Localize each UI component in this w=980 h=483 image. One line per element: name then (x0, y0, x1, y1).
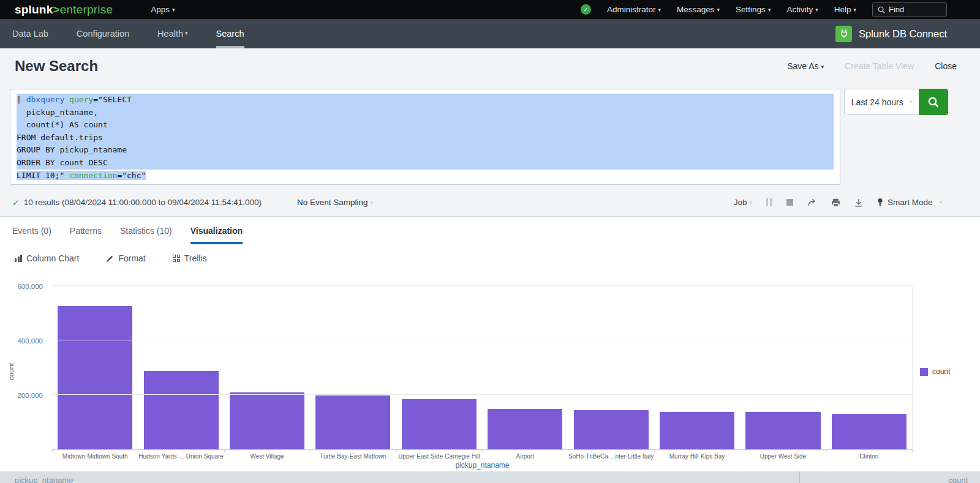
y-tick-label: 200,000 (17, 392, 43, 399)
event-sampling-label: No Event Sampling (297, 198, 368, 207)
x-tick-label: Upper East Side-Carnegie Hill (396, 453, 482, 460)
job-menu[interactable]: Job▾ (734, 198, 752, 207)
tab-events-0[interactable]: Events (0) (12, 217, 51, 244)
query-token: LIMIT 10;" (17, 171, 69, 180)
query-token: dbxquery (26, 95, 65, 104)
appnav-item-search[interactable]: Search (216, 19, 244, 48)
run-search-button[interactable] (919, 89, 948, 115)
query-line: ORDER BY count DESC (17, 157, 834, 170)
close-button[interactable]: Close (935, 61, 957, 71)
query-token: ="SELECT (93, 95, 132, 104)
gridline (52, 285, 912, 286)
stop-icon[interactable] (786, 199, 793, 206)
bar-upper-east-side-carnegie-hill[interactable] (402, 399, 477, 449)
event-sampling-dropdown[interactable]: No Event Sampling▾ (297, 198, 373, 207)
save-as-button[interactable]: Save As▾ (787, 61, 824, 71)
bar-turtle-bay-east-midtown[interactable] (315, 395, 390, 449)
topbar-menus: Administrator▾Messages▾Settings▾Activity… (607, 5, 856, 14)
x-tick-label: West Village (224, 453, 310, 460)
x-tick-label: Upper West Side (740, 453, 826, 460)
caret-down-icon: ▾ (172, 7, 175, 13)
bar-upper-west-side[interactable] (745, 412, 820, 449)
bar-murray-hill-kips-bay[interactable] (660, 412, 734, 449)
chart-legend[interactable]: count (920, 367, 950, 376)
bar-soho-tribeca-nter-little-italy[interactable] (574, 410, 649, 449)
create-table-view-button[interactable]: Create Table View (845, 61, 914, 71)
query-token: ="chc" (117, 171, 146, 180)
appnav-item-health[interactable]: Health▾ (157, 19, 187, 48)
bars-container (52, 286, 912, 449)
pause-icon[interactable] (766, 198, 772, 206)
results-tabs: Events (0)PatternsStatistics (10)Visuali… (0, 217, 980, 244)
table-column-header[interactable]: pickup_ntaname (15, 476, 73, 483)
db-connect-app-icon[interactable] (835, 26, 852, 42)
query-line: pickup_ntaname, (17, 107, 834, 119)
appnav-item-configuration[interactable]: Configuration (77, 19, 129, 48)
caret-down-icon: ▾ (658, 7, 662, 13)
query-line: count(*) AS count (17, 119, 834, 132)
viz-toolbar-column-chart[interactable]: Column Chart (15, 253, 79, 263)
time-range-picker[interactable]: Last 24 hours▾ (844, 89, 919, 115)
viz-toolbar-trellis[interactable]: Trellis (173, 253, 207, 263)
bar-west-village[interactable] (230, 392, 304, 449)
topbar-right: ✓ Administrator▾Messages▾Settings▾Activi… (581, 2, 980, 17)
search-query-editor[interactable]: | dbxquery query="SELECT pickup_ntaname,… (10, 89, 840, 185)
query-token: count(*) AS count (17, 120, 108, 129)
bar-midtown-midtown-south[interactable] (58, 306, 132, 449)
bar-clinton[interactable] (832, 414, 907, 449)
tab-statistics-10[interactable]: Statistics (10) (120, 217, 172, 244)
page-header: New Search Save As▾ Create Table View Cl… (0, 48, 980, 84)
topbar-menu-settings[interactable]: Settings▾ (736, 5, 771, 14)
plot-area: Midtown-Midtown SouthHudson Yards-...-Un… (52, 286, 913, 450)
appnav-item-label: Health (157, 29, 183, 39)
print-icon[interactable] (831, 198, 840, 207)
time-range-label: Last 24 hours (851, 97, 903, 107)
app-nav-bar: Data LabConfigurationHealth▾Search Splun… (0, 19, 980, 48)
appnav-item-data-lab[interactable]: Data Lab (12, 19, 48, 48)
query-token: GROUP BY pickup_ntaname (17, 145, 127, 154)
bar-hudson-yards-union-square[interactable] (144, 371, 219, 449)
topbar-menu-administrator[interactable]: Administrator▾ (607, 5, 661, 14)
topbar-menu-label: Administrator (607, 5, 656, 14)
apps-menu[interactable]: Apps▾ (151, 5, 175, 14)
health-check-icon[interactable]: ✓ (581, 4, 591, 15)
table-column-header[interactable]: count (948, 476, 968, 483)
axis-tick (912, 449, 913, 452)
visualization-toolbar: Column ChartFormatTrellis (0, 244, 980, 272)
search-mode-dropdown[interactable]: Smart Mode ▾ (877, 198, 942, 207)
topbar-menu-messages[interactable]: Messages▾ (677, 5, 720, 14)
query-token: pickup_ntaname, (17, 108, 98, 117)
statistics-table-header: pickup_ntaname count (0, 471, 980, 483)
bar-cell (310, 286, 396, 449)
export-icon[interactable] (854, 198, 863, 207)
x-axis-tick-labels: Midtown-Midtown SouthHudson Yards-...-Un… (52, 453, 912, 460)
topbar-menu-activity[interactable]: Activity▾ (786, 5, 818, 14)
magnifier-icon (927, 96, 940, 108)
bar-cell (482, 286, 568, 449)
axis-tick (396, 449, 397, 452)
topbar-menu-help[interactable]: Help▾ (834, 5, 856, 14)
splunk-logo[interactable]: splunk>enterprise (15, 3, 113, 17)
share-icon[interactable] (807, 198, 817, 207)
app-title[interactable]: Splunk DB Connect (859, 28, 947, 40)
search-icon (878, 6, 885, 13)
bar-airport[interactable] (488, 409, 562, 449)
tab-visualization[interactable]: Visualization (190, 217, 243, 244)
job-label: Job (734, 198, 747, 207)
bar-cell (654, 286, 740, 449)
axis-tick (568, 449, 568, 452)
search-mode-label: Smart Mode (888, 198, 933, 207)
find-input[interactable] (889, 5, 938, 14)
bar-cell (568, 286, 654, 449)
find-searchbox[interactable] (872, 2, 947, 17)
column-chart: 200,000400,000600,000 count Midtown-Midt… (0, 272, 980, 470)
bar-cell (52, 286, 138, 449)
gridline (52, 340, 912, 340)
x-tick-label: SoHo-TriBeCa-...nter-Little Italy (568, 453, 654, 460)
apps-label: Apps (151, 5, 170, 14)
viz-toolbar-format[interactable]: Format (106, 253, 145, 263)
axis-tick (138, 449, 138, 452)
results-bar: ✓ 10 results (08/04/2024 11:00:00.000 to… (0, 189, 980, 217)
tab-patterns[interactable]: Patterns (70, 217, 102, 244)
x-tick-label: Midtown-Midtown South (52, 453, 138, 460)
